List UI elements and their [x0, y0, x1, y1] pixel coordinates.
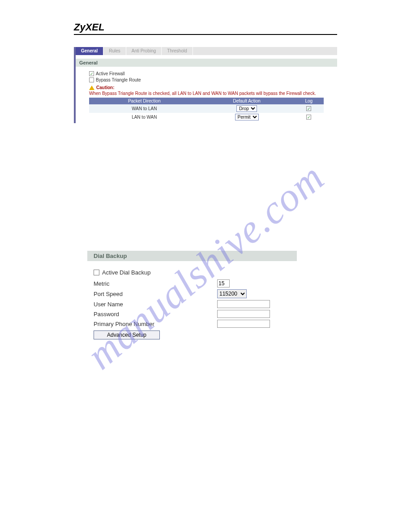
page-header: ZyXEL	[74, 21, 337, 35]
firewall-tabs: General Rules Anti Probing Threshold	[76, 47, 337, 55]
brand-logo: ZyXEL	[74, 21, 337, 33]
table-row: LAN to WAN Permit ✓	[89, 113, 324, 121]
firewall-panel: General Rules Anti Probing Threshold Gen…	[74, 47, 337, 123]
active-dial-backup-checkbox[interactable]	[94, 270, 99, 275]
advanced-setup-button[interactable]: Advanced Setup	[94, 330, 160, 339]
tab-threshold[interactable]: Threshold	[162, 47, 193, 55]
active-firewall-label: Active Firewall	[96, 71, 124, 76]
firewall-section-title: General	[76, 59, 337, 67]
tab-anti-probing[interactable]: Anti Probing	[126, 47, 162, 55]
log-checkbox-wan-lan[interactable]: ✓	[306, 106, 311, 111]
log-checkbox-lan-wan[interactable]: ✓	[306, 115, 311, 120]
col-packet-direction: Packet Direction	[89, 98, 200, 104]
primary-phone-label: Primary Phone Number	[94, 321, 217, 327]
firewall-body: ✓ Active Firewall Bypass Triangle Route …	[76, 67, 337, 123]
password-input[interactable]	[217, 310, 270, 318]
cell-direction: LAN to WAN	[89, 113, 200, 121]
firewall-rules-table: Packet Direction Default Action Log WAN …	[89, 98, 324, 121]
port-speed-select[interactable]: 115200	[217, 289, 247, 298]
bypass-triangle-label: Bypass Triangle Route	[96, 77, 141, 82]
table-row: WAN to LAN Drop ✓	[89, 104, 324, 113]
caution-icon	[89, 86, 94, 90]
active-firewall-checkbox[interactable]: ✓	[89, 71, 94, 76]
action-select-wan-lan[interactable]: Drop	[236, 105, 257, 112]
caution-label: Caution:	[96, 85, 115, 90]
password-label: Password	[94, 311, 217, 317]
tab-general[interactable]: General	[76, 47, 103, 55]
tab-rules[interactable]: Rules	[103, 47, 126, 55]
metric-input[interactable]	[217, 279, 230, 287]
user-name-label: User Name	[94, 301, 217, 308]
port-speed-label: Port Speed	[94, 291, 217, 297]
header-divider	[74, 34, 337, 35]
user-name-input[interactable]	[217, 300, 270, 308]
dial-body: Active Dial Backup Metric Port Speed 115…	[87, 261, 297, 343]
caution-text: When Bypass Triangle Route is checked, a…	[89, 91, 324, 96]
metric-label: Metric	[94, 280, 217, 287]
bypass-triangle-checkbox[interactable]	[89, 77, 94, 82]
active-dial-backup-label: Active Dial Backup	[102, 269, 150, 276]
col-log: Log	[294, 98, 324, 104]
primary-phone-input[interactable]	[217, 320, 270, 328]
col-default-action: Default Action	[200, 98, 294, 104]
cell-direction: WAN to LAN	[89, 104, 200, 113]
dial-section-title: Dial Backup	[87, 251, 297, 261]
dial-backup-panel: Dial Backup Active Dial Backup Metric Po…	[87, 251, 297, 343]
action-select-lan-wan[interactable]: Permit	[235, 114, 259, 120]
